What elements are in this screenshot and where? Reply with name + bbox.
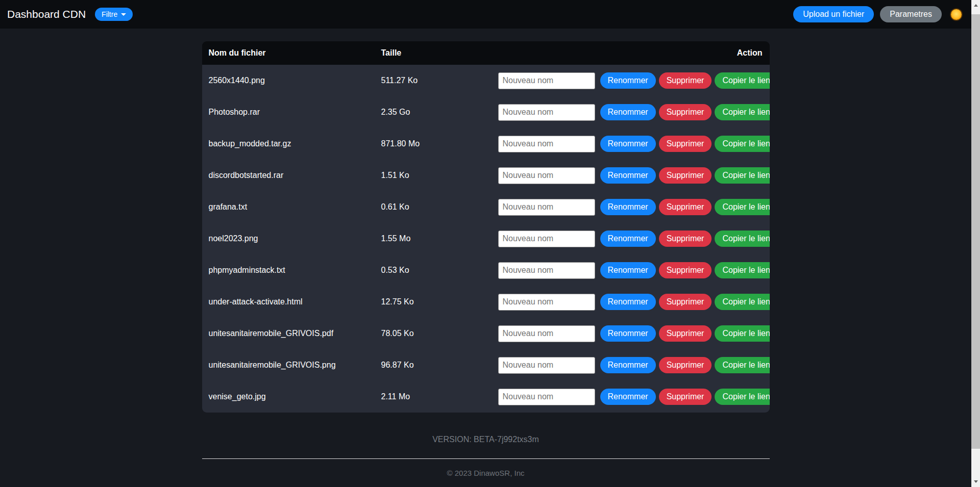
file-name: grafana.txt: [202, 202, 375, 212]
file-size: 0.53 Ko: [375, 266, 498, 275]
file-actions: Renommer Supprimer Copier le lien: [498, 167, 770, 184]
file-size: 2.11 Mo: [375, 392, 498, 401]
copy-link-button[interactable]: Copier le lien: [715, 294, 769, 310]
file-actions: Renommer Supprimer Copier le lien: [498, 325, 770, 342]
delete-button[interactable]: Supprimer: [659, 389, 712, 405]
delete-button[interactable]: Supprimer: [659, 136, 712, 152]
file-name: unitesanitairemobile_GRIVOIS.pdf: [202, 329, 375, 338]
delete-button[interactable]: Supprimer: [659, 262, 712, 278]
file-name: 2560x1440.png: [202, 76, 375, 85]
copy-link-button[interactable]: Copier le lien: [715, 199, 769, 215]
table-header-row: Nom du fichier Taille Action: [202, 41, 770, 65]
table-row: venise_geto.jpg 2.11 Mo Renommer Supprim…: [202, 381, 770, 413]
delete-button[interactable]: Supprimer: [659, 325, 712, 342]
rename-input[interactable]: [498, 136, 595, 152]
rename-input[interactable]: [498, 72, 595, 89]
rename-input[interactable]: [498, 357, 595, 374]
table-row: phpmyadminstack.txt 0.53 Ko Renommer Sup…: [202, 254, 770, 286]
copy-link-button[interactable]: Copier le lien: [715, 104, 769, 120]
copy-link-button[interactable]: Copier le lien: [715, 72, 769, 89]
delete-button[interactable]: Supprimer: [659, 357, 712, 373]
navbar: Dashboard CDN Filtre Upload un fichier P…: [0, 0, 980, 29]
file-name: under-attack-activate.html: [202, 297, 375, 306]
file-size: 12.75 Ko: [375, 297, 498, 306]
copyright-label: © 2023 DinawoSR, Inc: [202, 469, 770, 477]
rename-button[interactable]: Renommer: [600, 357, 656, 373]
rename-button[interactable]: Renommer: [600, 136, 656, 152]
filter-dropdown-button[interactable]: Filtre: [95, 8, 133, 21]
settings-button[interactable]: Parametres: [880, 6, 942, 22]
file-actions: Renommer Supprimer Copier le lien: [498, 72, 770, 89]
file-size: 1.55 Mo: [375, 234, 498, 243]
scrollbar-thumb[interactable]: [971, 14, 980, 449]
content-container: Nom du fichier Taille Action 2560x1440.p…: [202, 41, 770, 477]
rename-button[interactable]: Renommer: [600, 262, 656, 278]
file-size: 1.51 Ko: [375, 171, 498, 180]
table-row: discordbotstarted.rar 1.51 Ko Renommer S…: [202, 160, 770, 191]
table-body: 2560x1440.png 511.27 Ko Renommer Supprim…: [202, 65, 770, 413]
rename-button[interactable]: Renommer: [600, 104, 656, 120]
rename-button[interactable]: Renommer: [600, 167, 656, 184]
file-name: noel2023.png: [202, 234, 375, 243]
file-actions: Renommer Supprimer Copier le lien: [498, 104, 770, 121]
file-size: 78.05 Ko: [375, 329, 498, 338]
rename-input[interactable]: [498, 325, 595, 342]
scrollbar[interactable]: [971, 0, 980, 487]
table-row: unitesanitairemobile_GRIVOIS.pdf 78.05 K…: [202, 318, 770, 349]
copy-link-button[interactable]: Copier le lien: [715, 325, 769, 342]
table-row: backup_modded.tar.gz 871.80 Mo Renommer …: [202, 128, 770, 160]
file-size: 0.61 Ko: [375, 202, 498, 212]
table-row: under-attack-activate.html 12.75 Ko Reno…: [202, 286, 770, 318]
file-name: unitesanitairemobile_GRIVOIS.png: [202, 361, 375, 370]
rename-input[interactable]: [498, 262, 595, 279]
table-row: noel2023.png 1.55 Mo Renommer Supprimer …: [202, 223, 770, 254]
table-row: grafana.txt 0.61 Ko Renommer Supprimer C…: [202, 191, 770, 223]
file-actions: Renommer Supprimer Copier le lien: [498, 199, 770, 216]
scroll-down-arrow-icon[interactable]: [971, 477, 980, 486]
delete-button[interactable]: Supprimer: [659, 230, 712, 247]
app-title: Dashboard CDN: [7, 8, 86, 20]
chevron-down-icon: [121, 13, 126, 16]
files-table: Nom du fichier Taille Action 2560x1440.p…: [202, 41, 770, 413]
copy-link-button[interactable]: Copier le lien: [715, 167, 769, 184]
file-name: phpmyadminstack.txt: [202, 266, 375, 275]
file-actions: Renommer Supprimer Copier le lien: [498, 357, 770, 374]
copy-link-button[interactable]: Copier le lien: [715, 357, 769, 373]
rename-button[interactable]: Renommer: [600, 294, 656, 310]
delete-button[interactable]: Supprimer: [659, 104, 712, 120]
copy-link-button[interactable]: Copier le lien: [715, 389, 769, 405]
copy-link-button[interactable]: Copier le lien: [715, 230, 769, 247]
rename-button[interactable]: Renommer: [600, 389, 656, 405]
main-area: Nom du fichier Taille Action 2560x1440.p…: [0, 41, 971, 477]
rename-input[interactable]: [498, 167, 595, 184]
rename-input[interactable]: [498, 294, 595, 311]
rename-button[interactable]: Renommer: [600, 230, 656, 247]
table-row: 2560x1440.png 511.27 Ko Renommer Supprim…: [202, 65, 770, 96]
file-actions: Renommer Supprimer Copier le lien: [498, 136, 770, 152]
rename-button[interactable]: Renommer: [600, 199, 656, 215]
rename-button[interactable]: Renommer: [600, 325, 656, 342]
file-size: 511.27 Ko: [375, 76, 498, 85]
delete-button[interactable]: Supprimer: [659, 167, 712, 184]
rename-input[interactable]: [498, 389, 595, 405]
rename-input[interactable]: [498, 230, 595, 247]
table-row: unitesanitairemobile_GRIVOIS.png 96.87 K…: [202, 349, 770, 381]
copy-link-button[interactable]: Copier le lien: [715, 262, 769, 278]
delete-button[interactable]: Supprimer: [659, 294, 712, 310]
table-row: Photoshop.rar 2.35 Go Renommer Supprimer…: [202, 96, 770, 128]
copy-link-button[interactable]: Copier le lien: [715, 136, 769, 152]
file-actions: Renommer Supprimer Copier le lien: [498, 262, 770, 279]
upload-file-button[interactable]: Upload un fichier: [793, 6, 874, 22]
sun-icon[interactable]: [951, 9, 962, 20]
file-actions: Renommer Supprimer Copier le lien: [498, 294, 770, 311]
file-size: 871.80 Mo: [375, 139, 498, 148]
file-name: venise_geto.jpg: [202, 392, 375, 401]
rename-button[interactable]: Renommer: [600, 72, 656, 89]
file-actions: Renommer Supprimer Copier le lien: [498, 230, 770, 247]
version-label: VERSION: BETA-7j992txs3m: [202, 435, 770, 444]
rename-input[interactable]: [498, 199, 595, 216]
delete-button[interactable]: Supprimer: [659, 199, 712, 215]
scroll-up-arrow-icon[interactable]: [971, 1, 980, 10]
rename-input[interactable]: [498, 104, 595, 121]
delete-button[interactable]: Supprimer: [659, 72, 712, 89]
